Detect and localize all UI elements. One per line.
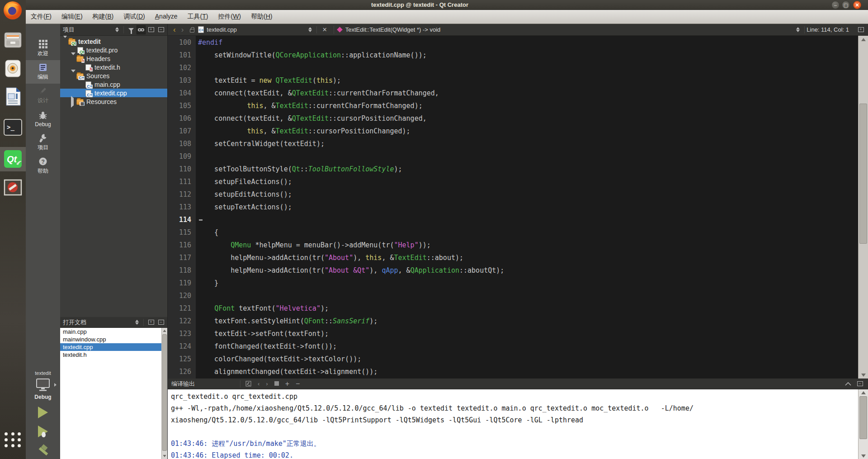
close-panel-icon[interactable]: – bbox=[156, 25, 165, 34]
tree-row-textedit[interactable]: Qttextedit bbox=[60, 37, 167, 46]
debug-icon bbox=[38, 111, 47, 120]
folder-h-icon: h bbox=[76, 56, 84, 62]
zoom-out-icon[interactable]: − bbox=[296, 380, 300, 388]
lock-icon bbox=[190, 29, 194, 33]
mode-welcome[interactable]: 欢迎 bbox=[26, 37, 60, 60]
tree-row-Sources[interactable]: C+Sources bbox=[60, 71, 167, 80]
sync-with-editor-icon[interactable] bbox=[137, 25, 146, 34]
menu-文件F[interactable]: 文件(F) bbox=[26, 10, 57, 24]
zoom-in-icon[interactable]: + bbox=[285, 380, 289, 388]
close-output-icon[interactable]: – bbox=[855, 379, 864, 388]
code-text: setupEditActions(); bbox=[196, 188, 292, 201]
tree-row-main.cpp[interactable]: C+main.cpp bbox=[60, 80, 167, 89]
file-tab-label[interactable]: textedit.cpp bbox=[207, 26, 237, 33]
split-editor-icon[interactable]: + bbox=[856, 25, 865, 34]
tree-label: Headers bbox=[86, 55, 110, 62]
expander-icon[interactable] bbox=[71, 98, 75, 105]
open-documents-title: 打开文档 bbox=[63, 318, 132, 327]
terminal-dock-icon[interactable]: >_ bbox=[3, 117, 23, 137]
code-text: colorChanged(textEdit->textColor()); bbox=[196, 353, 361, 365]
qt-file-icon: Qt bbox=[76, 47, 84, 53]
build-button[interactable] bbox=[37, 445, 49, 456]
screenshot-blocked-dock-icon[interactable] bbox=[3, 177, 23, 198]
libreoffice-writer-dock-icon[interactable] bbox=[3, 86, 23, 107]
back-icon[interactable]: ‹ bbox=[170, 25, 179, 34]
close-document-icon[interactable]: ✕ bbox=[319, 26, 331, 33]
docs-combo-icon[interactable] bbox=[132, 318, 142, 327]
projects-panel-header: 项目 + – bbox=[60, 24, 167, 36]
code-line-115: 115 { bbox=[168, 226, 858, 239]
split-panel-icon[interactable]: + bbox=[146, 25, 156, 34]
side-panel: 项目 + – QttexteditQttextedit.prohHeadersh… bbox=[60, 24, 168, 459]
docs-split-icon[interactable]: + bbox=[146, 318, 156, 327]
output-line: xiaosheng/Qt5.12.0/5.12.0/gcc_64/lib -lQ… bbox=[168, 414, 868, 426]
show-applications-dock-icon[interactable] bbox=[5, 432, 22, 447]
mode-edit[interactable]: 编辑 bbox=[26, 60, 60, 84]
tree-row-textedit.cpp[interactable]: C+textedit.cpp bbox=[60, 89, 167, 97]
docs-close-icon[interactable]: – bbox=[156, 318, 165, 327]
output-forward-icon[interactable]: › bbox=[266, 380, 268, 387]
mode-projects[interactable]: 项目 bbox=[26, 131, 60, 154]
menu-工具T[interactable]: 工具(T) bbox=[183, 10, 213, 24]
tree-row-textedit.pro[interactable]: Qttextedit.pro bbox=[60, 46, 167, 54]
code-text: setupTextActions(); bbox=[196, 201, 292, 213]
code-line-101: 101 setWindowTitle(QCoreApplication::app… bbox=[168, 49, 858, 62]
stop-icon[interactable] bbox=[274, 380, 279, 387]
tree-row-Headers[interactable]: hHeaders bbox=[60, 54, 167, 63]
tree-row-Resources[interactable]: ▦Resources bbox=[60, 97, 167, 106]
text-cursor bbox=[199, 219, 203, 221]
maximize-button[interactable]: ▢ bbox=[842, 1, 850, 9]
svg-text:>_: >_ bbox=[7, 123, 14, 131]
code-line-123: 123 textEdit->setFont(textFont); bbox=[168, 327, 858, 340]
run-debug-button[interactable] bbox=[38, 426, 48, 437]
mode-debug[interactable]: Debug bbox=[26, 107, 60, 131]
menu-帮助H[interactable]: 帮助(H) bbox=[246, 10, 277, 24]
run-button[interactable] bbox=[38, 407, 48, 418]
tree-label: textedit bbox=[78, 38, 101, 45]
expander-icon[interactable] bbox=[71, 55, 75, 62]
menu-编辑E[interactable]: 编辑(E) bbox=[57, 10, 88, 24]
menu-Analyze[interactable]: Analyze bbox=[150, 10, 183, 24]
forward-icon[interactable]: › bbox=[179, 25, 187, 34]
music-player-dock-icon[interactable] bbox=[3, 58, 23, 79]
compile-output[interactable]: qrc_textedit.o qrc_textedit.cppg++ -Wl,-… bbox=[168, 389, 868, 459]
open-doc-textedit.cpp[interactable]: textedit.cpp bbox=[60, 343, 167, 351]
maximize-output-icon[interactable] bbox=[845, 382, 851, 386]
close-button[interactable]: ✕ bbox=[853, 1, 861, 9]
code-editor[interactable]: 100#endif101 setWindowTitle(QCoreApplica… bbox=[168, 36, 868, 379]
symbol-selector[interactable]: TextEdit::TextEdit(QWidget *) -> void bbox=[345, 26, 441, 33]
menu-构建B[interactable]: 构建(B) bbox=[88, 10, 119, 24]
mode-help[interactable]: ?帮助 bbox=[26, 154, 60, 178]
code-text: textEdit->setFont(textFont); bbox=[196, 327, 329, 340]
expander-icon[interactable] bbox=[71, 72, 75, 80]
tree-row-textedit.h[interactable]: htextedit.h bbox=[60, 63, 167, 71]
menu-控件W[interactable]: 控件(W) bbox=[213, 10, 246, 24]
cursor-combo-icon[interactable] bbox=[793, 25, 802, 34]
output-back-icon[interactable]: ‹ bbox=[258, 380, 259, 387]
expander-icon[interactable] bbox=[63, 38, 67, 45]
mode-label: Debug bbox=[35, 121, 51, 128]
qt-creator-dock-icon[interactable]: Qt bbox=[3, 149, 23, 169]
file-manager-dock-icon[interactable] bbox=[3, 30, 23, 50]
output-scrollbar[interactable] bbox=[858, 389, 868, 459]
docs-scrollbar[interactable] bbox=[161, 328, 167, 459]
code-line-126: 126 alignmentChanged(textEdit->alignment… bbox=[168, 365, 858, 378]
open-doc-textedit.h[interactable]: textedit.h bbox=[60, 351, 167, 359]
firefox-dock-icon[interactable] bbox=[3, 0, 23, 21]
projects-combo-icon[interactable] bbox=[113, 25, 122, 34]
filter-icon[interactable] bbox=[127, 25, 136, 34]
kit-selector[interactable] bbox=[26, 379, 60, 391]
open-doc-main.cpp[interactable]: main.cpp bbox=[60, 328, 167, 336]
folder-cpp-icon: C+ bbox=[76, 73, 84, 79]
main-row: 欢迎编辑设计Debug项目?帮助 textedit Debug bbox=[26, 24, 868, 459]
line-number: 110 bbox=[168, 163, 196, 175]
code-text: } bbox=[196, 277, 218, 289]
editor-scrollbar[interactable] bbox=[858, 36, 868, 379]
menu-调试D[interactable]: 调试(D) bbox=[118, 10, 150, 24]
open-doc-mainwindow.cpp[interactable]: mainwindow.cpp bbox=[60, 336, 167, 343]
wrap-output-icon[interactable] bbox=[245, 381, 251, 387]
code-line-117: 117 helpMenu->addAction(tr("About"), thi… bbox=[168, 251, 858, 264]
file-combo-icon[interactable] bbox=[306, 25, 315, 34]
debug-bug-icon bbox=[42, 432, 46, 437]
minimize-button[interactable]: – bbox=[831, 1, 840, 9]
